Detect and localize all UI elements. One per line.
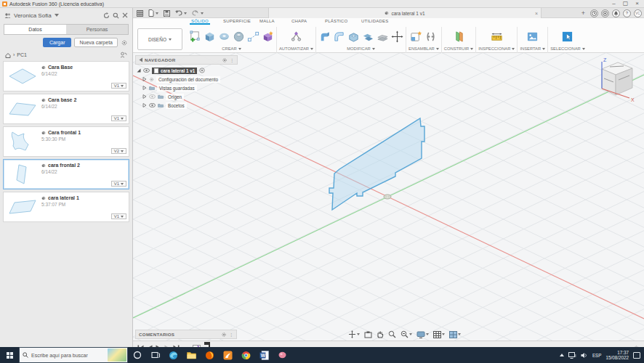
- maximize-button[interactable]: ▢: [623, 0, 629, 7]
- refresh-icon[interactable]: [103, 12, 110, 19]
- form-icon[interactable]: [262, 30, 274, 43]
- new-component-icon[interactable]: [410, 30, 422, 43]
- network-display-icon[interactable]: [568, 352, 576, 359]
- tree-item-saved-views[interactable]: Vistas guardadas: [135, 84, 238, 91]
- help-icon[interactable]: ?: [623, 9, 631, 17]
- construct-plane-icon[interactable]: [453, 30, 465, 43]
- comments-panel[interactable]: COMENTARIOS ⋮: [135, 330, 237, 339]
- sketch-profile[interactable]: [329, 118, 424, 210]
- file-card-selected[interactable]: cara frontal 2 6/14/22 V1: [3, 159, 129, 189]
- start-button[interactable]: [0, 347, 19, 363]
- close-button[interactable]: ×: [635, 0, 639, 7]
- group-label-inspeccionar[interactable]: INSPECCIONAR: [478, 46, 515, 52]
- fillet-icon[interactable]: [333, 30, 345, 43]
- spline-icon[interactable]: [247, 30, 259, 43]
- close-panel-icon[interactable]: [122, 12, 128, 18]
- version-badge[interactable]: V1: [111, 83, 126, 89]
- revolve-icon[interactable]: [218, 30, 230, 43]
- expand-closed-icon[interactable]: [142, 103, 147, 107]
- expand-closed-icon[interactable]: [142, 77, 147, 81]
- tab-datos[interactable]: Datos: [4, 25, 66, 34]
- version-badge[interactable]: V2: [111, 148, 126, 154]
- expand-open-icon[interactable]: [137, 68, 141, 73]
- zoom-tool[interactable]: [388, 330, 396, 338]
- save-icon[interactable]: [164, 10, 170, 17]
- box-icon[interactable]: [204, 30, 216, 43]
- tree-item-doc-settings[interactable]: Configuración del documento: [135, 76, 238, 83]
- display-settings[interactable]: [416, 331, 429, 338]
- group-label-insertar[interactable]: INSERTAR: [520, 46, 545, 52]
- activate-radio-icon[interactable]: [199, 68, 205, 73]
- ribbon-tab-utilidades[interactable]: UTILIDADES: [361, 19, 388, 23]
- fit-tool[interactable]: [401, 330, 412, 338]
- group-label-ensamblar[interactable]: ENSAMBLAR: [408, 46, 439, 52]
- group-label-crear[interactable]: CREAR: [222, 46, 241, 52]
- sphere-icon[interactable]: [233, 30, 245, 43]
- user-name[interactable]: Veronica Sofia: [14, 12, 52, 19]
- chrome-icon[interactable]: [237, 347, 255, 363]
- data-panel-toggle-icon[interactable]: [137, 10, 143, 17]
- tray-expand-icon[interactable]: [560, 354, 564, 356]
- redo-button[interactable]: [192, 10, 204, 16]
- collaboration-icon[interactable]: [120, 52, 127, 58]
- new-document-button[interactable]: +: [579, 9, 587, 17]
- orbit-tool[interactable]: [348, 330, 360, 338]
- expand-closed-icon[interactable]: [142, 94, 147, 99]
- workspace-selector[interactable]: DISEÑO: [137, 28, 182, 50]
- visibility-eye-icon[interactable]: [143, 68, 150, 73]
- minimize-button[interactable]: –: [612, 0, 615, 7]
- visibility-eye-icon[interactable]: [149, 103, 156, 107]
- notification-bell-icon[interactable]: [612, 9, 620, 17]
- cortana-icon[interactable]: [128, 347, 146, 363]
- tree-item-sketches[interactable]: Bocetos: [135, 102, 238, 109]
- gear-icon[interactable]: [222, 57, 228, 63]
- tab-personas[interactable]: Personas: [66, 25, 128, 34]
- taskbar-search[interactable]: Escribe aquí para buscar: [19, 347, 128, 363]
- panel-menu-icon[interactable]: ⋮: [229, 332, 233, 337]
- automate-icon[interactable]: [290, 30, 302, 43]
- ribbon-tab-plastico[interactable]: PLÁSTICO: [325, 19, 347, 23]
- ribbon-tab-superficie[interactable]: SUPERFICIE: [223, 19, 251, 23]
- chevron-down-icon[interactable]: [55, 14, 59, 17]
- view-cube[interactable]: Z X: [592, 56, 638, 108]
- insert-image-icon[interactable]: [526, 30, 539, 43]
- file-card[interactable]: Cara base 2 6/14/22 V1: [3, 94, 129, 124]
- origin-indicator[interactable]: [384, 195, 391, 199]
- offset-face-icon[interactable]: [377, 30, 389, 43]
- viewports-settings[interactable]: [449, 331, 461, 338]
- combine-icon[interactable]: [362, 30, 374, 43]
- select-cursor-icon[interactable]: [561, 30, 573, 43]
- look-at-tool[interactable]: [364, 331, 372, 338]
- gear-icon[interactable]: [221, 332, 227, 338]
- tree-root-label[interactable]: cara lateral 1 v1: [152, 68, 197, 74]
- gear-icon[interactable]: [121, 39, 128, 46]
- file-menu-button[interactable]: [148, 9, 158, 17]
- taskbar-clock[interactable]: 17:37 15/08/2022: [605, 350, 629, 360]
- speaker-icon[interactable]: [581, 352, 588, 359]
- tree-root-row[interactable]: cara lateral 1 v1: [135, 67, 238, 74]
- profile-avatar[interactable]: VC: [634, 9, 642, 17]
- shell-icon[interactable]: [347, 30, 360, 43]
- document-tab[interactable]: cara lateral 1 v1 ×: [268, 8, 542, 18]
- group-label-construir[interactable]: CONSTRUIR: [444, 46, 473, 52]
- extensions-icon[interactable]: [601, 9, 609, 17]
- pan-tool[interactable]: [377, 330, 384, 338]
- job-status-icon[interactable]: [590, 9, 598, 17]
- fusion-360-icon[interactable]: [219, 347, 237, 363]
- app-icon-misc[interactable]: [273, 347, 291, 363]
- task-view-icon[interactable]: [146, 347, 164, 363]
- expand-closed-icon[interactable]: [142, 86, 147, 90]
- document-close-icon[interactable]: ×: [535, 11, 538, 16]
- file-card[interactable]: Cara frontal 1 5:30:30 PM V2: [3, 126, 129, 157]
- joint-icon[interactable]: [424, 30, 437, 43]
- version-badge[interactable]: V1: [111, 115, 126, 121]
- measure-icon[interactable]: [491, 30, 503, 43]
- ribbon-tab-solido[interactable]: SÓLIDO: [191, 19, 209, 23]
- group-label-automatizar[interactable]: AUTOMATIZAR: [279, 46, 313, 52]
- version-badge[interactable]: V1: [111, 181, 126, 187]
- home-icon[interactable]: [5, 52, 11, 58]
- language-indicator[interactable]: ESP: [592, 353, 602, 358]
- collapse-panel-icon[interactable]: [139, 57, 142, 62]
- create-sketch-icon[interactable]: [189, 30, 201, 43]
- move-icon[interactable]: [391, 30, 403, 43]
